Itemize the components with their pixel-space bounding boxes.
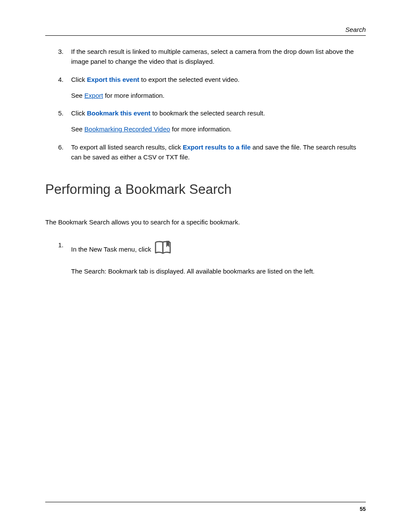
step-4: 4. Click Export this event to export the… [58,75,366,101]
page-number: 55 [360,506,366,512]
bookmark-search-icon [154,240,172,258]
see-pre: See [71,125,84,133]
step-number: 5. [58,108,64,118]
step-text: Click Bookmark this event to bookmark th… [71,109,265,117]
see-post: for more information. [103,92,165,99]
text-pre: Click [71,76,87,83]
step-text: In the New Task menu, click [71,246,172,253]
text-pre: Click [71,109,87,117]
text-pre: To export all listed search results, cli… [71,143,183,151]
section-intro: The Bookmark Search allows you to search… [45,217,366,227]
step-subtext: The Search: Bookmark tab is displayed. A… [71,266,366,276]
see-post: for more information. [170,125,232,133]
text-pre: In the New Task menu, click [71,246,153,253]
export-link[interactable]: Export [84,92,103,99]
text-post: to export the selected event video. [139,76,240,83]
page-content: 3. If the search result is linked to mul… [45,47,366,284]
header-rule [45,35,366,36]
see-pre: See [71,92,84,99]
export-this-event-label: Export this event [87,76,140,83]
step-number: 6. [58,142,64,152]
step-number: 4. [58,75,64,84]
step-3: 3. If the search result is linked to mul… [58,47,366,67]
step-text: Click Export this event to export the se… [71,76,240,83]
step-number: 3. [58,47,64,56]
step-6: 6. To export all listed search results, … [58,142,366,162]
numbered-steps-list: 3. If the search result is linked to mul… [45,47,366,162]
bookmarking-recorded-video-link[interactable]: Bookmarking Recorded Video [84,125,170,133]
step-number: 1. [58,240,64,250]
footer-rule [45,502,366,502]
step-subtext: See Export for more information. [71,90,366,100]
step-text: If the search result is linked to multip… [71,48,354,65]
text-post: to bookmark the selected search result. [150,109,265,117]
step-subtext: See Bookmarking Recorded Video for more … [71,124,366,134]
bookmark-this-event-label: Bookmark this event [87,109,151,117]
step-5: 5. Click Bookmark this event to bookmark… [58,108,366,134]
section-heading: Performing a Bookmark Search [45,179,366,200]
section-steps-list: 1. In the New Task menu, click The Searc… [45,240,366,276]
step-text: To export all listed search results, cli… [71,143,356,161]
page-header-section: Search [345,26,366,33]
section-step-1: 1. In the New Task menu, click The Searc… [58,240,366,276]
export-results-to-file-label: Export results to a file [183,143,251,151]
